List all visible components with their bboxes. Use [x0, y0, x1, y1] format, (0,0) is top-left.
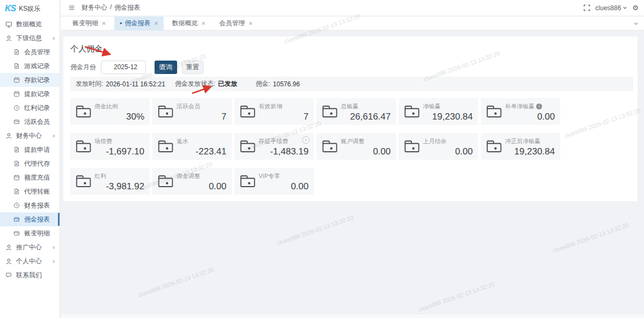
- tab-label: 数据概览: [172, 19, 198, 28]
- folder-icon: [322, 139, 339, 153]
- sidebar-item-bonus-records[interactable]: 红利记录: [0, 101, 60, 115]
- calendar-icon: [13, 90, 21, 98]
- stat-card-corrected-net: 冲正后净输赢19,230.84: [481, 133, 560, 160]
- stat-card-label-wrap: 场馆费: [94, 137, 112, 145]
- sidebar-item-member-management[interactable]: 会员管理: [0, 45, 60, 59]
- breadcrumb-section[interactable]: 财务中心: [82, 3, 107, 12]
- app-logo[interactable]: KS KS娱乐: [0, 0, 60, 17]
- stat-card-label-wrap: 补单净输赢!: [505, 102, 542, 110]
- sidebar-item-quota-topup[interactable]: 额度充值: [0, 171, 60, 184]
- folder-icon: [486, 105, 503, 119]
- sidebar-item-contact-us[interactable]: 联系我们: [0, 268, 60, 282]
- menu-collapse-icon[interactable]: [68, 4, 75, 11]
- sidebar-item-finance-center[interactable]: 财务中心∧: [0, 129, 60, 143]
- sidebar-item-finance-report[interactable]: 财务报表: [0, 198, 60, 212]
- sidebar-item-promotion-center[interactable]: 推广中心∨: [0, 240, 60, 254]
- stat-card-value: 0.00: [455, 146, 473, 157]
- fullscreen-icon[interactable]: [583, 4, 590, 11]
- user-menu[interactable]: clues886: [595, 4, 627, 12]
- stat-card-rebate: 返水-223.41: [152, 133, 232, 160]
- active-tab-dot: •: [120, 20, 122, 27]
- watermark-text: clues886 2026-02-13 13:32:20: [418, 280, 495, 313]
- clock-icon: [13, 202, 21, 209]
- payout-time-label: 发放时间:: [76, 79, 103, 88]
- payout-status-label: 佣金发放状态:: [175, 79, 215, 88]
- sidebar-item-label: 代理转账: [24, 187, 50, 196]
- stat-card-value: 7: [304, 112, 309, 122]
- stat-card-reorder-net-winloss: 补单净输赢!0.00: [481, 98, 560, 125]
- gear-icon[interactable]: ⚙: [632, 4, 639, 12]
- topbar-right-cluster: clues886 ⚙: [583, 4, 639, 12]
- chat-icon: [5, 271, 13, 279]
- tab-label: 佣金报表: [125, 19, 151, 28]
- month-label: 佣金月份: [70, 63, 96, 72]
- folder-icon: [486, 139, 503, 153]
- payout-status-value: 已发放: [218, 79, 237, 88]
- stat-card-grid: 佣金比例30%活跃会员7有效新增7总输赢26,616.47净输赢19,230.8…: [70, 98, 560, 195]
- sidebar-item-personal-center[interactable]: 个人中心∨: [0, 254, 60, 268]
- breadcrumb-separator: /: [110, 3, 112, 12]
- breadcrumb-page: 佣金报表: [114, 3, 140, 12]
- month-input[interactable]: [101, 61, 146, 74]
- stat-card-label-wrap: 佣金比例: [94, 102, 118, 110]
- stat-card-label-wrap: 红利: [94, 172, 106, 180]
- sidebar-item-active-members[interactable]: 活跃会员: [0, 115, 60, 129]
- tab-label: 账变明细: [72, 19, 98, 28]
- folder-icon: [240, 139, 257, 153]
- search-button[interactable]: 查询: [155, 61, 177, 74]
- payout-info-bar: 发放时间: 2026-01-11 16:52:21 佣金发放状态: 已发放 佣金…: [70, 77, 633, 91]
- sidebar-item-sub-info[interactable]: 下级信息∧: [0, 31, 60, 45]
- sidebar-item-label: 游戏记录: [24, 62, 50, 71]
- expand-icon[interactable]: ›: [302, 136, 310, 144]
- sidebar-item-agent-transfer[interactable]: 代理转账: [0, 184, 60, 198]
- watermark-text: clues886 2026-02-13 13:32:20: [276, 214, 354, 246]
- stat-card-value: -3,981.92: [106, 181, 144, 192]
- sidebar-item-withdraw-records[interactable]: 提款记录: [0, 87, 60, 101]
- watermark-text: clues886 2026-02-13 13:32:20: [137, 266, 215, 298]
- close-icon[interactable]: ×: [249, 20, 253, 27]
- watermark-text: clues886 2026-02-13 13:32:20: [552, 221, 630, 254]
- tab-data-overview[interactable]: 数据概览×: [167, 17, 211, 31]
- close-icon[interactable]: ×: [102, 20, 106, 27]
- tab-commission-report[interactable]: •佣金报表×: [114, 17, 164, 31]
- sidebar-item-label: 财务中心: [16, 131, 42, 140]
- sidebar-item-withdraw-apply[interactable]: 提款申请: [0, 143, 60, 157]
- sidebar-item-label: 账变明细: [24, 229, 50, 238]
- stat-card-label-wrap: 上月结余: [423, 137, 447, 145]
- breadcrumb: 财务中心 / 佣金报表: [82, 3, 140, 12]
- sidebar-item-commission-report[interactable]: 佣金报表: [0, 212, 60, 226]
- tabbar-chevron-down-icon[interactable]: [633, 21, 639, 26]
- sidebar-item-agent-deposit[interactable]: 代理代存: [0, 157, 60, 171]
- stat-card-label-wrap: 总输赢: [341, 102, 358, 110]
- sidebar-item-deposit-records[interactable]: 存款记录: [0, 73, 60, 87]
- sidebar-item-account-changes[interactable]: 账变明细: [0, 226, 60, 240]
- sidebar-item-label: 提款记录: [24, 90, 50, 99]
- sidebar-item-game-records[interactable]: 游戏记录: [0, 59, 60, 73]
- sidebar-item-label: 下级信息: [16, 34, 42, 43]
- sidebar-item-label: 联系我们: [16, 271, 42, 280]
- stat-card-label: 存提手续费: [259, 137, 288, 145]
- stat-card-value: 0.00: [537, 112, 555, 122]
- sidebar-item-data-overview[interactable]: 数据概览: [0, 17, 60, 31]
- folder-icon: [404, 105, 421, 119]
- stat-card-label-wrap: 冲正后净输赢: [505, 137, 540, 145]
- stat-card-last-month-balance: 上月结余0.00: [399, 133, 478, 160]
- reset-button[interactable]: 重置: [182, 61, 203, 74]
- tab-account-changes[interactable]: 账变明细×: [67, 17, 111, 31]
- calendar-icon: [13, 174, 21, 181]
- wallet-icon: [13, 216, 21, 223]
- stat-card-value: -1,483.19: [270, 146, 309, 157]
- close-icon[interactable]: ×: [155, 20, 158, 27]
- stat-card-commission-adjust: 佣金调整0.00: [152, 168, 232, 195]
- stat-card-bonus: 红利-3,981.92: [70, 168, 150, 195]
- commission-panel: 个人佣金 佣金月份 查询 重置 发放时间: 2026-01-11 16:52:2…: [63, 36, 638, 201]
- user-icon: [5, 34, 13, 42]
- folder-icon: [158, 105, 174, 119]
- close-icon[interactable]: ×: [202, 20, 206, 27]
- user-icon: [5, 243, 13, 251]
- tab-member-management[interactable]: 会员管理×: [214, 17, 258, 31]
- stat-card-account-adjust: 账户调整0.00: [317, 133, 396, 160]
- top-navbar: 财务中心 / 佣金报表 clues886 ⚙: [61, 0, 644, 16]
- stat-card-label-wrap: 有效新增: [259, 102, 282, 110]
- info-icon[interactable]: !: [536, 103, 542, 109]
